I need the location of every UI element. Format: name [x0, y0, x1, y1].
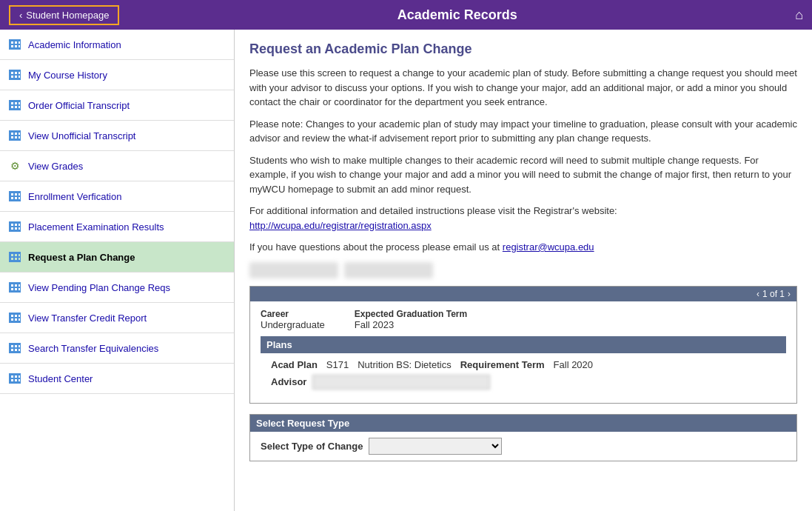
layout: Academic Information My Course History O… — [0, 30, 812, 511]
advisor-value-blurred — [312, 375, 490, 390]
plans-header: Plans — [261, 336, 786, 353]
acad-plan-row: Acad Plan S171 Nutrition BS: Dietetics R… — [271, 359, 776, 370]
grid-icon — [7, 130, 22, 141]
card-nav: ‹ 1 of 1 › — [250, 287, 796, 301]
grid-icon — [7, 281, 22, 293]
intro-para-2: Please note: Changes to your academic pl… — [249, 117, 797, 146]
back-button[interactable]: ‹ Student Homepage — [9, 5, 119, 25]
grid-icon — [7, 99, 22, 111]
intro-para-3: Students who wish to make multiple chang… — [249, 153, 797, 197]
grid-icon — [7, 190, 22, 202]
card-career-row: Career Undergraduate Expected Graduation… — [261, 309, 786, 330]
gear-icon: ⚙ — [7, 160, 22, 172]
intro-para-5: If you have questions about the process … — [249, 240, 797, 255]
card-pagination: 1 of 1 — [762, 289, 785, 299]
req-term-value: Fall 2020 — [554, 359, 593, 370]
career-label: Career — [261, 309, 325, 319]
sidebar: Academic Information My Course History O… — [0, 30, 235, 511]
header: ‹ Student Homepage Academic Records ⌂ — [0, 0, 812, 30]
req-term-label: Requirement Term — [460, 359, 545, 370]
email-link[interactable]: registrar@wcupa.edu — [503, 241, 594, 253]
blurred-field-1 — [249, 262, 338, 278]
card-body: Career Undergraduate Expected Graduation… — [250, 301, 796, 403]
select-section-body: Select Type of Change Change Major Add M… — [250, 432, 796, 461]
sidebar-item-student-center[interactable]: Student Center — [0, 364, 234, 394]
select-type-dropdown[interactable]: Change Major Add Minor Change Minor Drop… — [369, 438, 502, 455]
grid-icon — [7, 221, 22, 233]
sidebar-item-view-pending-plan-change-reqs[interactable]: View Pending Plan Change Reqs — [0, 273, 234, 303]
card-next-button[interactable]: › — [788, 289, 791, 299]
main-content: Request an Academic Plan Change Please u… — [235, 30, 812, 511]
sidebar-item-search-transfer-equivalencies[interactable]: Search Transfer Equivalencies — [0, 333, 234, 364]
career-field: Career Undergraduate — [261, 309, 325, 330]
sidebar-collapse-toggle[interactable]: ▐ — [234, 256, 235, 285]
home-button[interactable]: ⌂ — [795, 7, 803, 23]
header-title: Academic Records — [119, 7, 795, 23]
blurred-field-2 — [344, 262, 433, 278]
advisor-label: Advisor — [271, 376, 306, 387]
acad-plan-value: S171 — [326, 359, 349, 370]
sidebar-item-view-grades[interactable]: ⚙ View Grades — [0, 151, 234, 181]
home-icon: ⌂ — [795, 7, 803, 22]
sidebar-item-enrollment-verification[interactable]: Enrollment Verfication — [0, 181, 234, 212]
sidebar-item-placement-examination-results[interactable]: Placement Examination Results — [0, 212, 234, 242]
select-request-type-section: Select Request Type Select Type of Chang… — [249, 414, 797, 461]
sidebar-item-my-course-history[interactable]: My Course History — [0, 60, 234, 90]
select-type-label: Select Type of Change — [261, 441, 363, 452]
sidebar-item-view-unofficial-transcript[interactable]: View Unofficial Transcript — [0, 121, 234, 151]
page-title: Request an Academic Plan Change — [249, 41, 797, 57]
sidebar-item-request-a-plan-change[interactable]: Request a Plan Change — [0, 242, 234, 273]
plans-body: Acad Plan S171 Nutrition BS: Dietetics R… — [261, 353, 786, 395]
acad-plan-label: Acad Plan — [271, 359, 318, 370]
card-prev-button[interactable]: ‹ — [756, 289, 759, 299]
grid-icon — [7, 342, 22, 354]
grid-icon — [7, 312, 22, 324]
intro-para-4: For additional information and detailed … — [249, 204, 797, 233]
career-value: Undergraduate — [261, 319, 325, 330]
back-arrow-icon: ‹ — [19, 10, 22, 21]
sidebar-item-view-transfer-credit-report[interactable]: View Transfer Credit Report — [0, 303, 234, 333]
blurred-row — [249, 262, 797, 278]
select-section-header: Select Request Type — [250, 415, 796, 432]
acad-plan-name: Nutrition BS: Dietetics — [358, 359, 451, 370]
graduation-label: Expected Graduation Term — [355, 309, 467, 319]
sidebar-item-academic-information[interactable]: Academic Information — [0, 30, 234, 60]
registrar-link[interactable]: http://wcupa.edu/registrar/registration.… — [249, 220, 432, 231]
graduation-field: Expected Graduation Term Fall 2023 — [355, 309, 467, 330]
grid-icon — [7, 251, 22, 263]
sidebar-item-order-official-transcript[interactable]: Order Official Transcript — [0, 90, 234, 121]
intro-para-1: Please use this screen to request a chan… — [249, 66, 797, 110]
plan-card: ‹ 1 of 1 › Career Undergraduate Expected… — [249, 286, 797, 404]
graduation-value: Fall 2023 — [355, 319, 394, 330]
grid-icon — [7, 39, 22, 50]
advisor-row: Advisor — [271, 375, 776, 390]
grid-icon — [7, 373, 22, 384]
grid-icon — [7, 69, 22, 81]
